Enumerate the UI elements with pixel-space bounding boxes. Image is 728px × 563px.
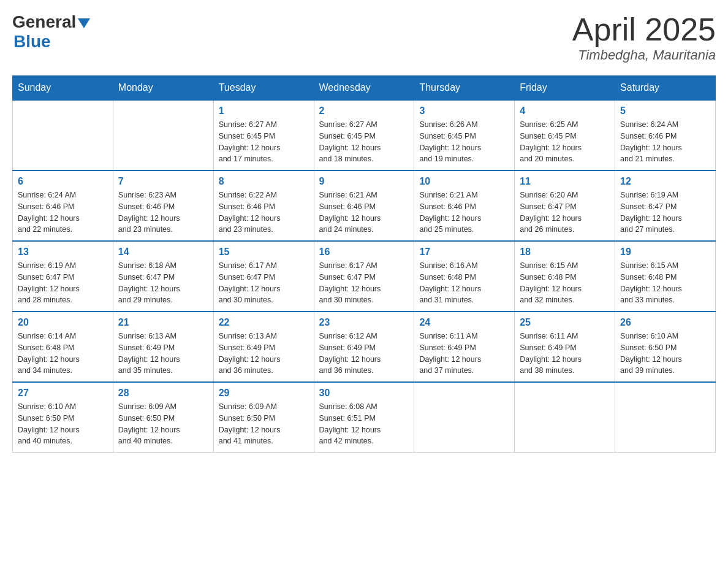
calendar-cell: 21Sunrise: 6:13 AM Sunset: 6:49 PM Dayli… [113, 312, 213, 382]
calendar-week-row: 13Sunrise: 6:19 AM Sunset: 6:47 PM Dayli… [13, 241, 716, 312]
location: Timbedgha, Mauritania [572, 47, 716, 63]
day-number: 26 [620, 317, 710, 328]
day-info: Sunrise: 6:11 AM Sunset: 6:49 PM Dayligh… [419, 331, 509, 377]
day-info: Sunrise: 6:22 AM Sunset: 6:46 PM Dayligh… [219, 190, 309, 236]
calendar-week-row: 27Sunrise: 6:10 AM Sunset: 6:50 PM Dayli… [13, 382, 716, 453]
day-info: Sunrise: 6:19 AM Sunset: 6:47 PM Dayligh… [620, 190, 710, 236]
calendar-cell: 7Sunrise: 6:23 AM Sunset: 6:46 PM Daylig… [113, 170, 213, 241]
calendar-cell: 29Sunrise: 6:09 AM Sunset: 6:50 PM Dayli… [213, 382, 314, 453]
day-number: 29 [219, 388, 309, 399]
calendar-cell: 25Sunrise: 6:11 AM Sunset: 6:49 PM Dayli… [515, 312, 615, 382]
day-info: Sunrise: 6:10 AM Sunset: 6:50 PM Dayligh… [620, 331, 710, 377]
calendar-cell: 6Sunrise: 6:24 AM Sunset: 6:46 PM Daylig… [13, 170, 113, 241]
day-number: 22 [219, 317, 309, 328]
day-info: Sunrise: 6:20 AM Sunset: 6:47 PM Dayligh… [520, 190, 610, 236]
day-info: Sunrise: 6:21 AM Sunset: 6:46 PM Dayligh… [419, 190, 509, 236]
day-info: Sunrise: 6:19 AM Sunset: 6:47 PM Dayligh… [18, 260, 108, 306]
calendar-cell: 12Sunrise: 6:19 AM Sunset: 6:47 PM Dayli… [615, 170, 716, 241]
calendar-header-wednesday: Wednesday [314, 76, 414, 101]
calendar-cell: 5Sunrise: 6:24 AM Sunset: 6:46 PM Daylig… [615, 100, 716, 170]
logo: General Blue [12, 12, 90, 52]
day-info: Sunrise: 6:18 AM Sunset: 6:47 PM Dayligh… [118, 260, 208, 306]
day-info: Sunrise: 6:24 AM Sunset: 6:46 PM Dayligh… [620, 119, 710, 165]
day-info: Sunrise: 6:15 AM Sunset: 6:48 PM Dayligh… [520, 260, 610, 306]
calendar-header-tuesday: Tuesday [213, 76, 314, 101]
day-number: 2 [319, 105, 409, 117]
day-info: Sunrise: 6:23 AM Sunset: 6:46 PM Dayligh… [118, 190, 208, 236]
day-info: Sunrise: 6:09 AM Sunset: 6:50 PM Dayligh… [118, 401, 208, 447]
calendar-cell: 16Sunrise: 6:17 AM Sunset: 6:47 PM Dayli… [314, 241, 414, 312]
calendar-week-row: 20Sunrise: 6:14 AM Sunset: 6:48 PM Dayli… [13, 312, 716, 382]
calendar-cell: 9Sunrise: 6:21 AM Sunset: 6:46 PM Daylig… [314, 170, 414, 241]
page-header: General Blue April 2025 Timbedgha, Mauri… [12, 12, 716, 63]
month-title: April 2025 [572, 12, 716, 47]
calendar-cell: 1Sunrise: 6:27 AM Sunset: 6:45 PM Daylig… [213, 100, 314, 170]
calendar-header-saturday: Saturday [615, 76, 716, 101]
calendar-cell [615, 382, 716, 453]
day-number: 7 [118, 176, 208, 187]
calendar-cell: 30Sunrise: 6:08 AM Sunset: 6:51 PM Dayli… [314, 382, 414, 453]
day-number: 13 [18, 247, 108, 258]
calendar-header-monday: Monday [113, 76, 213, 101]
calendar-cell: 22Sunrise: 6:13 AM Sunset: 6:49 PM Dayli… [213, 312, 314, 382]
calendar-cell [13, 100, 113, 170]
calendar-week-row: 1Sunrise: 6:27 AM Sunset: 6:45 PM Daylig… [13, 100, 716, 170]
logo-general: General [12, 12, 76, 32]
calendar-cell: 11Sunrise: 6:20 AM Sunset: 6:47 PM Dayli… [515, 170, 615, 241]
calendar-cell: 20Sunrise: 6:14 AM Sunset: 6:48 PM Dayli… [13, 312, 113, 382]
logo-triangle-icon [78, 18, 90, 28]
day-info: Sunrise: 6:12 AM Sunset: 6:49 PM Dayligh… [319, 331, 409, 377]
day-number: 9 [319, 176, 409, 187]
day-number: 4 [520, 105, 610, 117]
calendar-cell: 19Sunrise: 6:15 AM Sunset: 6:48 PM Dayli… [615, 241, 716, 312]
calendar-cell: 10Sunrise: 6:21 AM Sunset: 6:46 PM Dayli… [414, 170, 515, 241]
day-number: 27 [18, 388, 108, 399]
day-info: Sunrise: 6:10 AM Sunset: 6:50 PM Dayligh… [18, 401, 108, 447]
title-section: April 2025 Timbedgha, Mauritania [572, 12, 716, 63]
day-info: Sunrise: 6:09 AM Sunset: 6:50 PM Dayligh… [219, 401, 309, 447]
day-number: 12 [620, 176, 710, 187]
calendar-cell: 28Sunrise: 6:09 AM Sunset: 6:50 PM Dayli… [113, 382, 213, 453]
day-number: 24 [419, 317, 509, 328]
day-info: Sunrise: 6:24 AM Sunset: 6:46 PM Dayligh… [18, 190, 108, 236]
day-info: Sunrise: 6:11 AM Sunset: 6:49 PM Dayligh… [520, 331, 610, 377]
calendar-cell: 3Sunrise: 6:26 AM Sunset: 6:45 PM Daylig… [414, 100, 515, 170]
calendar-cell: 24Sunrise: 6:11 AM Sunset: 6:49 PM Dayli… [414, 312, 515, 382]
day-number: 23 [319, 317, 409, 328]
calendar-week-row: 6Sunrise: 6:24 AM Sunset: 6:46 PM Daylig… [13, 170, 716, 241]
day-number: 5 [620, 105, 710, 117]
calendar-cell: 14Sunrise: 6:18 AM Sunset: 6:47 PM Dayli… [113, 241, 213, 312]
calendar-table: SundayMondayTuesdayWednesdayThursdayFrid… [12, 75, 716, 453]
calendar-cell: 8Sunrise: 6:22 AM Sunset: 6:46 PM Daylig… [213, 170, 314, 241]
day-info: Sunrise: 6:08 AM Sunset: 6:51 PM Dayligh… [319, 401, 409, 447]
day-info: Sunrise: 6:17 AM Sunset: 6:47 PM Dayligh… [319, 260, 409, 306]
day-info: Sunrise: 6:14 AM Sunset: 6:48 PM Dayligh… [18, 331, 108, 377]
day-number: 21 [118, 317, 208, 328]
day-number: 6 [18, 176, 108, 187]
day-number: 15 [219, 247, 309, 258]
day-number: 16 [319, 247, 409, 258]
calendar-cell: 17Sunrise: 6:16 AM Sunset: 6:48 PM Dayli… [414, 241, 515, 312]
calendar-cell [113, 100, 213, 170]
calendar-cell: 13Sunrise: 6:19 AM Sunset: 6:47 PM Dayli… [13, 241, 113, 312]
day-number: 11 [520, 176, 610, 187]
day-info: Sunrise: 6:17 AM Sunset: 6:47 PM Dayligh… [219, 260, 309, 306]
day-info: Sunrise: 6:13 AM Sunset: 6:49 PM Dayligh… [118, 331, 208, 377]
day-info: Sunrise: 6:15 AM Sunset: 6:48 PM Dayligh… [620, 260, 710, 306]
day-number: 30 [319, 388, 409, 399]
day-number: 17 [419, 247, 509, 258]
day-info: Sunrise: 6:16 AM Sunset: 6:48 PM Dayligh… [419, 260, 509, 306]
day-number: 28 [118, 388, 208, 399]
calendar-cell: 26Sunrise: 6:10 AM Sunset: 6:50 PM Dayli… [615, 312, 716, 382]
day-info: Sunrise: 6:13 AM Sunset: 6:49 PM Dayligh… [219, 331, 309, 377]
calendar-cell: 18Sunrise: 6:15 AM Sunset: 6:48 PM Dayli… [515, 241, 615, 312]
calendar-header-sunday: Sunday [13, 76, 113, 101]
day-number: 19 [620, 247, 710, 258]
day-number: 3 [419, 105, 509, 117]
day-number: 20 [18, 317, 108, 328]
calendar-cell [414, 382, 515, 453]
day-number: 18 [520, 247, 610, 258]
day-info: Sunrise: 6:21 AM Sunset: 6:46 PM Dayligh… [319, 190, 409, 236]
day-number: 10 [419, 176, 509, 187]
calendar-cell: 27Sunrise: 6:10 AM Sunset: 6:50 PM Dayli… [13, 382, 113, 453]
